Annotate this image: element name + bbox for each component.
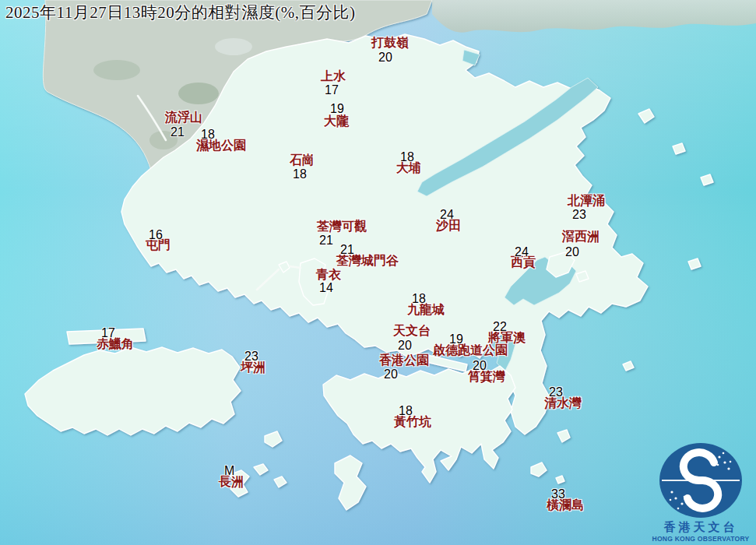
- station-label: 石崗: [290, 153, 315, 167]
- station-value: 20: [398, 339, 412, 352]
- station-label: 啟德跑道公園: [433, 343, 508, 357]
- station-value: 24: [440, 208, 454, 221]
- station-value: 23: [572, 208, 586, 221]
- station-value: 18: [400, 150, 414, 164]
- station-label: 滘西洲: [562, 230, 600, 244]
- station-value: 24: [515, 245, 529, 258]
- station-value: 23: [549, 385, 563, 399]
- station-label: 打鼓嶺: [371, 36, 409, 50]
- station-layer: 打鼓嶺20上水17大隴19流浮山21濕地公園18石崗18大埔18北潭涌23沙田2…: [0, 0, 756, 545]
- hko-logo-name-cn: 香港天文台: [663, 520, 738, 533]
- page-title: 2025年11月27日13時20分的相對濕度(%,百分比): [5, 2, 355, 23]
- station-label: 香港公園: [379, 353, 429, 367]
- station-value: 16: [149, 228, 163, 241]
- station-label: 北潭涌: [568, 194, 605, 208]
- hko-humidity-map-screen: 2025年11月27日13時20分的相對濕度(%,百分比) 打鼓嶺20上水17大…: [0, 0, 756, 545]
- station-label: 荃灣可觀: [317, 220, 367, 234]
- hko-logo: 香港天文台 HONG KONG OBSERVATORY: [649, 441, 753, 545]
- station-value: 17: [101, 326, 115, 339]
- hko-logo-emblem: [659, 443, 742, 518]
- station-value: 19: [330, 102, 344, 115]
- station-value: 21: [340, 243, 354, 256]
- station-label: 天文台: [393, 324, 431, 338]
- station-value: 18: [399, 404, 413, 417]
- station-value: 14: [319, 281, 333, 294]
- station-value: 21: [319, 234, 333, 247]
- station-value: 18: [412, 292, 426, 305]
- station-value: 33: [551, 487, 565, 501]
- station-value: 20: [378, 51, 392, 64]
- station-value: 20: [565, 245, 579, 258]
- station-value: 23: [244, 350, 258, 363]
- station-label: 青衣: [316, 268, 341, 282]
- station-value: 20: [473, 359, 487, 372]
- station-value: 21: [171, 125, 185, 139]
- station-label: 大隴: [324, 114, 349, 128]
- station-label: 上水: [321, 69, 346, 83]
- station-value: 18: [201, 128, 215, 141]
- station-value: 18: [293, 167, 307, 181]
- station-value: M: [224, 464, 234, 477]
- station-value: 19: [449, 332, 463, 346]
- station-label: 流浮山: [165, 111, 202, 125]
- hko-logo-name-en: HONG KONG OBSERVATORY: [652, 535, 749, 543]
- station-value: 17: [325, 83, 339, 97]
- station-value: 22: [493, 320, 507, 333]
- station-value: 20: [384, 367, 398, 381]
